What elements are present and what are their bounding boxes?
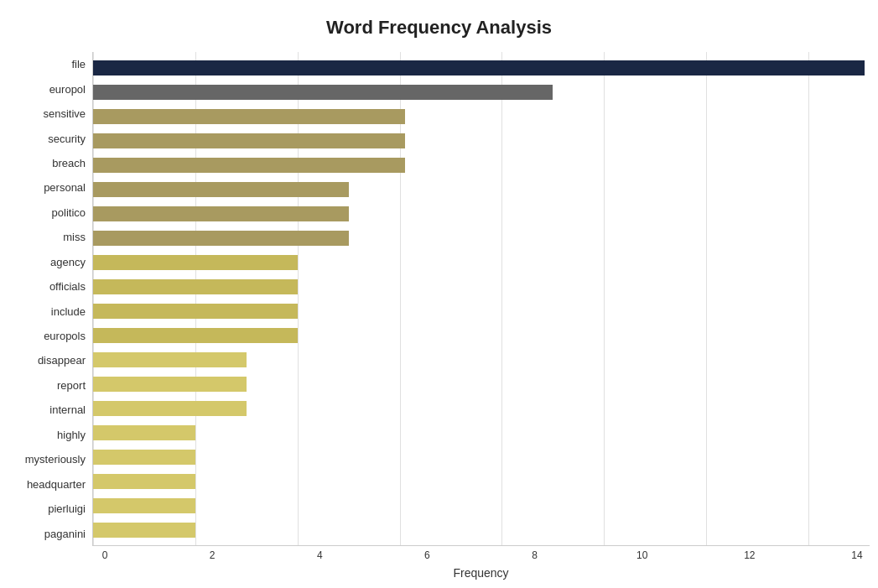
y-label: internal	[49, 404, 86, 415]
bar	[93, 450, 195, 465]
bars-area	[93, 52, 870, 545]
bar	[93, 304, 298, 319]
x-tick: 6	[414, 549, 439, 561]
bar	[93, 498, 195, 513]
x-tick: 4	[307, 549, 332, 561]
bar-row	[93, 59, 870, 77]
bar-row	[93, 448, 870, 466]
bar-row	[93, 205, 870, 223]
x-tick: 8	[522, 549, 548, 561]
bar-row	[93, 472, 870, 491]
y-label: mysteriously	[25, 454, 86, 465]
bar	[93, 182, 349, 197]
bar-row	[93, 326, 870, 345]
y-label: pierluigi	[48, 503, 86, 514]
bar-row	[93, 399, 870, 418]
y-label: personal	[44, 182, 86, 193]
x-axis-label: Frequency	[92, 566, 870, 580]
y-label: agency	[50, 257, 86, 268]
x-tick: 10	[630, 549, 655, 561]
bar	[93, 231, 349, 246]
y-label: report	[57, 380, 86, 391]
bar	[93, 109, 405, 124]
y-label: highly	[57, 429, 86, 440]
y-label: europol	[49, 84, 86, 95]
bar-row	[93, 351, 870, 369]
bar-row	[93, 375, 870, 393]
x-tick: 12	[737, 549, 762, 561]
x-ticks: 02468101214	[92, 546, 870, 563]
y-label: security	[48, 133, 86, 144]
bar	[93, 279, 298, 294]
bar-row	[93, 83, 870, 101]
bar	[93, 206, 349, 221]
bar	[93, 474, 195, 489]
x-axis: 02468101214 Frequency	[8, 546, 870, 580]
bars-and-grid	[92, 52, 870, 546]
y-label: disappear	[38, 355, 86, 366]
y-axis: fileeuropolsensitivesecuritybreachperson…	[8, 52, 92, 546]
y-label: officials	[49, 281, 86, 292]
bar	[93, 523, 195, 538]
x-tick: 0	[92, 549, 117, 561]
bar	[93, 401, 247, 416]
y-label: paganini	[44, 528, 86, 539]
x-tick: 14	[844, 549, 870, 561]
y-label: europols	[44, 330, 86, 341]
bar	[93, 425, 195, 440]
bar	[93, 255, 298, 270]
bar-row	[93, 521, 870, 539]
y-label: headquarter	[27, 479, 86, 490]
y-label: include	[51, 306, 86, 317]
bar	[93, 85, 553, 100]
bar	[93, 377, 247, 392]
chart-area: fileeuropolsensitivesecuritybreachperson…	[8, 52, 870, 546]
bar-row	[93, 132, 870, 150]
y-label: file	[71, 59, 86, 70]
y-label: miss	[63, 232, 86, 242]
bar-row	[93, 253, 870, 272]
chart-container: fileeuropolsensitivesecuritybreachperson…	[8, 52, 870, 580]
bar	[93, 328, 298, 343]
x-axis-inner: 02468101214 Frequency	[92, 546, 870, 580]
bar-row	[93, 424, 870, 442]
x-tick: 2	[200, 549, 225, 561]
bar-row	[93, 229, 870, 247]
bar	[93, 158, 405, 173]
bar-row	[93, 302, 870, 320]
y-label: sensitive	[43, 108, 86, 119]
bar	[93, 133, 405, 148]
chart-title: Word Frequency Analysis	[326, 17, 552, 39]
y-label: breach	[52, 158, 86, 169]
bar-row	[93, 278, 870, 296]
bar-row	[93, 156, 870, 174]
bar	[93, 352, 247, 367]
bar-row	[93, 497, 870, 515]
bar-row	[93, 107, 870, 126]
y-label: politico	[52, 207, 86, 218]
bar-row	[93, 180, 870, 199]
bar	[93, 60, 865, 75]
